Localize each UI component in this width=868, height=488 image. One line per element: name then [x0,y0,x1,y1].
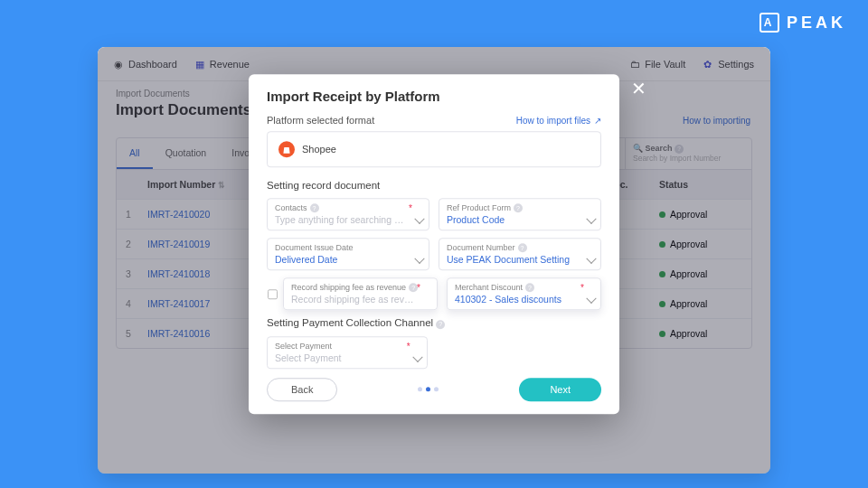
shipping-fee-field[interactable]: Record shipping fee as revenue? * Record… [283,277,438,310]
help-icon: ? [514,203,523,212]
help-icon: ? [518,243,527,252]
step-indicator [418,387,439,391]
merchant-discount-field[interactable]: Merchant Discount? * 410302 - Sales disc… [447,277,601,310]
how-to-import-link[interactable]: How to import files↗ [516,116,601,126]
section-payment-label: Setting Payment Collection Channel ? [267,317,601,329]
ref-product-field[interactable]: Ref Product Form? Product Code [439,198,601,230]
modal-title: Import Receipt by Platform [267,89,601,104]
next-button[interactable]: Next [519,378,601,401]
required-mark: * [407,342,410,352]
shopee-icon [278,141,295,157]
shipping-fee-checkbox[interactable] [268,289,278,299]
import-receipt-modal: ✕ Import Receipt by Platform Platform se… [249,74,619,414]
contacts-field[interactable]: Contacts? * Type anything for searching … [267,198,429,230]
external-link-icon: ↗ [594,116,601,126]
back-button[interactable]: Back [267,378,337,401]
required-mark: * [409,203,412,213]
doc-number-field[interactable]: Document Number? Use PEAK Document Setti… [439,238,601,270]
platform-selector[interactable]: Shopee [267,131,601,167]
close-icon[interactable]: ✕ [631,78,646,99]
section-platform-label: Platform selected format [267,115,374,126]
brand-text: PEAK [787,14,846,33]
brand-icon: A [760,13,779,33]
select-payment-field[interactable]: Select Payment * Select Payment [267,336,428,369]
brand-logo: A PEAK [760,13,846,33]
platform-name: Shopee [302,144,336,155]
section-record-label: Setting record document [267,180,601,191]
issue-date-field[interactable]: Document Issue Date Delivered Date [267,238,429,270]
help-icon: ? [436,320,445,329]
help-icon: ? [310,203,319,212]
required-mark: * [580,283,584,293]
required-mark: * [417,283,420,293]
help-icon: ? [525,283,534,292]
